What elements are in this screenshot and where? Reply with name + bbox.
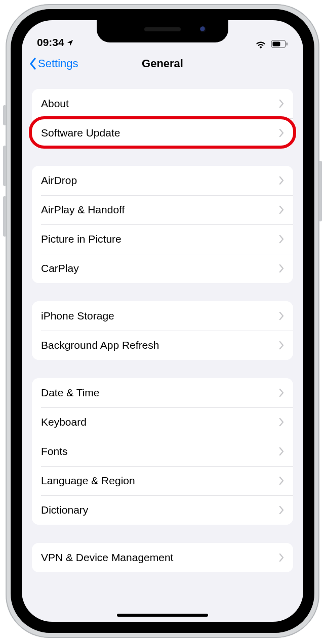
settings-row[interactable]: Dictionary (32, 495, 293, 525)
settings-row[interactable]: Background App Refresh (32, 331, 293, 360)
settings-group: VPN & Device Management (32, 543, 293, 572)
settings-row[interactable]: Picture in Picture (32, 224, 293, 254)
status-time: 09:34 (37, 36, 64, 49)
row-label: Language & Region (41, 475, 279, 487)
power-button (319, 161, 322, 221)
settings-group: iPhone StorageBackground App Refresh (32, 301, 293, 360)
volume-down-button (3, 196, 6, 237)
row-label: VPN & Device Management (41, 551, 279, 564)
back-label: Settings (38, 57, 78, 70)
row-label: Date & Time (41, 387, 279, 399)
settings-row[interactable]: Language & Region (32, 466, 293, 495)
row-label: Dictionary (41, 504, 279, 516)
settings-group: AirDropAirPlay & HandoffPicture in Pictu… (32, 166, 293, 283)
row-label: CarPlay (41, 262, 279, 274)
chevron-right-icon (279, 388, 284, 397)
settings-row[interactable]: AirDrop (32, 166, 293, 195)
settings-row[interactable]: Fonts (32, 437, 293, 466)
chevron-right-icon (279, 264, 284, 273)
settings-group: Date & TimeKeyboardFontsLanguage & Regio… (32, 378, 293, 525)
volume-up-button (3, 146, 6, 186)
settings-row[interactable]: CarPlay (32, 254, 293, 283)
location-icon (66, 39, 74, 47)
row-label: AirPlay & Handoff (41, 204, 279, 216)
chevron-right-icon (279, 235, 284, 244)
chevron-right-icon (279, 553, 284, 562)
row-label: Picture in Picture (41, 233, 279, 245)
settings-group: AboutSoftware Update (32, 89, 293, 148)
row-label: About (41, 98, 279, 110)
home-indicator (117, 614, 208, 617)
settings-row[interactable]: About (32, 89, 293, 118)
row-label: Background App Refresh (41, 339, 279, 351)
settings-row[interactable]: iPhone Storage (32, 301, 293, 331)
settings-list[interactable]: AboutSoftware UpdateAirDropAirPlay & Han… (22, 77, 303, 622)
svg-rect-1 (273, 42, 280, 47)
chevron-right-icon (279, 505, 284, 515)
chevron-right-icon (279, 176, 284, 185)
nav-bar: Settings General (22, 51, 303, 77)
settings-row[interactable]: VPN & Device Management (32, 543, 293, 572)
chevron-right-icon (279, 99, 284, 108)
settings-row[interactable]: Keyboard (32, 407, 293, 437)
settings-row[interactable]: AirPlay & Handoff (32, 195, 293, 224)
row-label: iPhone Storage (41, 310, 279, 322)
chevron-right-icon (279, 205, 284, 214)
back-button[interactable]: Settings (29, 51, 78, 77)
wifi-icon (255, 39, 267, 49)
notch (97, 20, 228, 42)
battery-icon (271, 40, 288, 48)
page-title: General (142, 57, 183, 70)
row-label: Keyboard (41, 416, 279, 428)
row-label: Fonts (41, 445, 279, 457)
row-label: AirDrop (41, 174, 279, 187)
chevron-right-icon (279, 128, 284, 137)
chevron-right-icon (279, 476, 284, 485)
svg-rect-2 (287, 42, 288, 45)
phone-frame: 09:34 (6, 4, 319, 638)
row-label: Software Update (41, 127, 279, 139)
mute-switch (3, 105, 6, 125)
chevron-right-icon (279, 341, 284, 350)
screen: 09:34 (22, 20, 303, 622)
settings-row[interactable]: Software Update (32, 118, 293, 148)
chevron-right-icon (279, 418, 284, 427)
settings-row[interactable]: Date & Time (32, 378, 293, 407)
chevron-right-icon (279, 311, 284, 320)
chevron-right-icon (279, 447, 284, 456)
